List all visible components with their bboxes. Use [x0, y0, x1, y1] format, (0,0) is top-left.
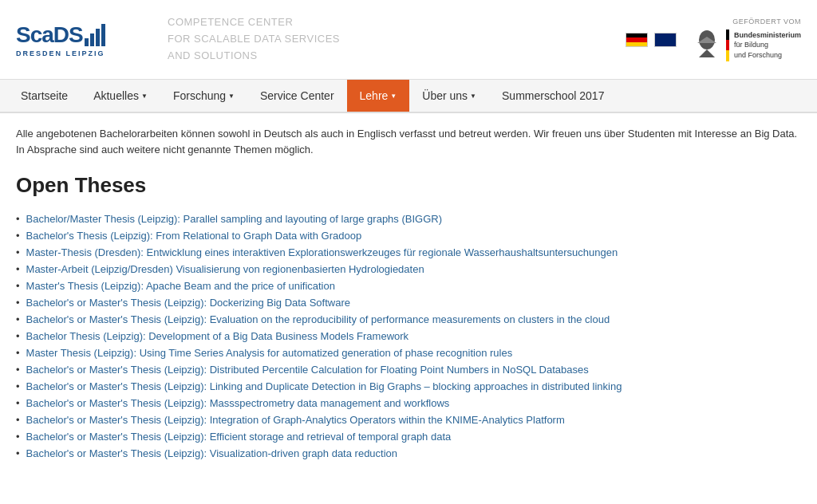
- flag-english[interactable]: [654, 33, 677, 47]
- nav-summerschool[interactable]: Summerschool 2017: [489, 80, 617, 112]
- nav-aktuelles[interactable]: Aktuelles ▼: [81, 80, 160, 112]
- thesis-link[interactable]: Bachelor's or Master's Thesis (Leipzig):…: [26, 313, 610, 325]
- nav-lehre[interactable]: Lehre ▼: [347, 80, 410, 112]
- list-item: Master's Thesis (Leipzig): Apache Beam a…: [16, 278, 801, 294]
- ueber-uns-dropdown-icon: ▼: [470, 93, 476, 100]
- thesis-link[interactable]: Master's Thesis (Leipzig): Apache Beam a…: [26, 280, 335, 292]
- list-item: Bachelor's or Master's Thesis (Leipzig):…: [16, 294, 801, 311]
- sponsor-eagle-icon: [693, 29, 721, 62]
- list-item: Master-Arbeit (Leipzig/Dresden) Visualis…: [16, 261, 801, 278]
- logo-subtitle: DRESDEN LEIPZIG: [16, 49, 105, 57]
- list-item: Bachelor's or Master's Thesis (Leipzig):…: [16, 311, 801, 328]
- svg-marker-1: [699, 49, 715, 57]
- sponsor-label: GEFÖRDERT VOM: [732, 18, 801, 26]
- thesis-link[interactable]: Master-Arbeit (Leipzig/Dresden) Visualis…: [26, 263, 424, 275]
- thesis-link[interactable]: Bachelor's or Master's Thesis (Leipzig):…: [26, 447, 398, 459]
- list-item: Bachelor's or Master's Thesis (Leipzig):…: [16, 395, 801, 411]
- flag-german[interactable]: [626, 33, 648, 47]
- tagline: COMPETENCE CENTER FOR SCALABLE DATA SERV…: [152, 14, 626, 64]
- logo-area: ScaDS DRESDEN LEIPZIG: [16, 22, 152, 57]
- thesis-link[interactable]: Bachelor Thesis (Leipzig): Development o…: [26, 330, 409, 342]
- nav-forschung[interactable]: Forschung ▼: [160, 80, 247, 112]
- list-item: Bachelor's or Master's Thesis (Leipzig):…: [16, 361, 801, 378]
- intro-paragraph: Alle angebotenen Bachelorarbeiten können…: [16, 126, 801, 157]
- list-item: Master-Thesis (Dresden): Entwicklung ein…: [16, 244, 801, 261]
- thesis-link[interactable]: Bachelor's or Master's Thesis (Leipzig):…: [26, 431, 452, 443]
- logo-bars-icon: [85, 24, 105, 46]
- list-item: Master Thesis (Leipzig): Using Time Seri…: [16, 345, 801, 361]
- nav-service-center[interactable]: Service Center: [247, 80, 347, 112]
- thesis-link[interactable]: Master-Thesis (Dresden): Entwicklung ein…: [26, 246, 618, 258]
- tagline-line1: COMPETENCE CENTER: [168, 16, 293, 28]
- tagline-line3: AND SOLUTIONS: [168, 49, 258, 61]
- language-flags[interactable]: [626, 33, 677, 47]
- thesis-link[interactable]: Bachelor's or Master's Thesis (Leipzig):…: [26, 380, 622, 392]
- list-item: Bachelor/Master Thesis (Leipzig): Parall…: [16, 211, 801, 227]
- nav-startseite[interactable]: Startseite: [8, 80, 81, 112]
- tagline-line2: FOR SCALABLE DATA SERVICES: [168, 33, 340, 45]
- nav-ueber-uns[interactable]: Über uns ▼: [409, 80, 489, 112]
- main-nav: Startseite Aktuelles ▼ Forschung ▼ Servi…: [0, 80, 817, 113]
- thesis-link[interactable]: Bachelor/Master Thesis (Leipzig): Parall…: [26, 213, 442, 225]
- list-item: Bachelor's or Master's Thesis (Leipzig):…: [16, 378, 801, 395]
- sponsor-text: Bundesministerium für Bildung und Forsch…: [734, 30, 801, 61]
- thesis-link[interactable]: Bachelor's or Master's Thesis (Leipzig):…: [26, 297, 350, 309]
- forschung-dropdown-icon: ▼: [228, 93, 235, 100]
- thesis-list: Bachelor/Master Thesis (Leipzig): Parall…: [16, 211, 801, 462]
- eagle-svg: [693, 29, 721, 62]
- german-flag-stripe: [726, 30, 729, 61]
- lehre-dropdown-icon: ▼: [390, 93, 397, 100]
- thesis-link[interactable]: Bachelor's or Master's Thesis (Leipzig):…: [26, 364, 589, 376]
- thesis-link[interactable]: Bachelor's or Master's Thesis (Leipzig):…: [26, 397, 450, 409]
- main-content: Alle angebotenen Bachelorarbeiten können…: [0, 113, 817, 474]
- sponsor-area: GEFÖRDERT VOM Bundesministerium für Bild…: [693, 18, 801, 62]
- page-header: ScaDS DRESDEN LEIPZIG COMPETENCE CENTER …: [0, 0, 817, 80]
- thesis-link[interactable]: Master Thesis (Leipzig): Using Time Seri…: [26, 347, 513, 359]
- aktuelles-dropdown-icon: ▼: [141, 93, 148, 100]
- sponsor-logo: Bundesministerium für Bildung und Forsch…: [693, 29, 801, 62]
- thesis-link[interactable]: Bachelor's Thesis (Leipzig): From Relati…: [26, 230, 362, 242]
- logo: ScaDS: [16, 22, 105, 48]
- list-item: Bachelor's or Master's Thesis (Leipzig):…: [16, 428, 801, 445]
- list-item: Bachelor Thesis (Leipzig): Development o…: [16, 328, 801, 345]
- list-item: Bachelor's Thesis (Leipzig): From Relati…: [16, 227, 801, 244]
- list-item: Bachelor's or Master's Thesis (Leipzig):…: [16, 411, 801, 428]
- page-title: Open Theses: [16, 173, 801, 198]
- thesis-link[interactable]: Bachelor's or Master's Thesis (Leipzig):…: [26, 414, 565, 426]
- list-item: Bachelor's or Master's Thesis (Leipzig):…: [16, 445, 801, 462]
